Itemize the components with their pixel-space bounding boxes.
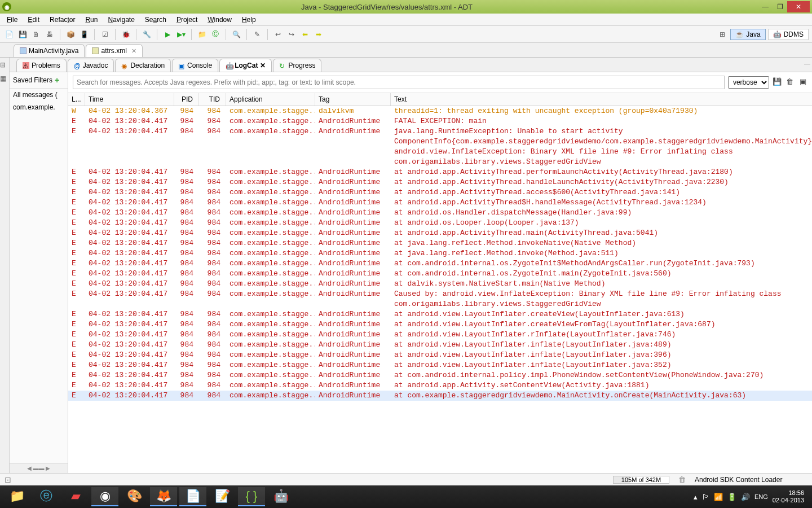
add-filter-icon[interactable]: + bbox=[55, 76, 59, 85]
save-all-button[interactable]: 🗎 bbox=[30, 29, 42, 40]
log-row[interactable]: E04-02 13:20:04.417984984com.example.sta… bbox=[68, 350, 812, 360]
log-row[interactable]: E04-02 13:20:04.417984984com.example.sta… bbox=[68, 259, 812, 269]
menu-window[interactable]: Window bbox=[203, 15, 236, 25]
editor-tab-attrs[interactable]: attrs.xml ✕ bbox=[86, 44, 142, 57]
col-header-tag[interactable]: Tag bbox=[315, 93, 391, 106]
tab-problems[interactable]: ⚠Problems bbox=[16, 59, 67, 72]
log-row[interactable]: E04-02 13:20:04.417984984com.example.sta… bbox=[68, 340, 812, 350]
log-row[interactable]: E04-02 13:20:04.417984984com.example.sta… bbox=[68, 198, 812, 208]
heap-status[interactable]: 105M of 342M bbox=[613, 476, 669, 484]
col-header-level[interactable]: L... bbox=[68, 93, 85, 106]
statusbar-corner-icon[interactable]: ⊡ bbox=[5, 475, 18, 484]
tray-clock[interactable]: 18:56 02-04-2013 bbox=[773, 489, 804, 504]
taskbar-chrome[interactable]: ◉ bbox=[91, 487, 118, 506]
menu-search[interactable]: Search bbox=[140, 15, 171, 25]
save-log-icon[interactable]: 💾 bbox=[773, 77, 783, 87]
maximize-button[interactable]: ❐ bbox=[773, 1, 787, 12]
log-row[interactable]: E04-02 13:20:04.417984984com.example.sta… bbox=[68, 279, 812, 289]
log-row[interactable]: E04-02 13:20:04.417984984com.example.sta… bbox=[68, 330, 812, 340]
log-row[interactable]: E04-02 13:20:04.417984984com.example.sta… bbox=[68, 177, 812, 187]
taskbar-app-red[interactable]: ▰ bbox=[62, 487, 89, 506]
clear-log-icon[interactable]: 🗑 bbox=[786, 77, 796, 87]
editor-tab-mainactivity[interactable]: MainActivity.java bbox=[14, 44, 85, 57]
log-row[interactable]: E04-02 13:20:04.417984984com.example.sta… bbox=[68, 116, 812, 126]
nav-fwd-button[interactable]: ⬅ bbox=[299, 29, 311, 40]
open-type-button[interactable]: 🔍 bbox=[231, 29, 242, 40]
taskbar-notes[interactable]: 📝 bbox=[209, 487, 236, 506]
filter-item-app[interactable]: com.example. bbox=[10, 101, 68, 113]
minimized-view-icon[interactable]: ▦ bbox=[0, 75, 9, 84]
log-row[interactable]: E04-02 13:20:04.417984984com.example.sta… bbox=[68, 126, 812, 167]
tab-logcat[interactable]: 🤖LogCat✕ bbox=[219, 59, 272, 72]
debug-button[interactable]: 🐞 bbox=[120, 29, 131, 40]
filter-item-all[interactable]: All messages ( bbox=[10, 89, 68, 101]
log-row[interactable]: E04-02 13:20:04.417984984com.example.sta… bbox=[68, 370, 812, 380]
tray-up-icon[interactable]: ▴ bbox=[694, 493, 698, 501]
col-header-time[interactable]: Time bbox=[85, 93, 174, 106]
col-header-text[interactable]: Text bbox=[391, 93, 812, 106]
tab-declaration[interactable]: ◉Declaration bbox=[115, 59, 171, 72]
tab-console[interactable]: ▣Console bbox=[172, 59, 218, 72]
taskbar-eclipse[interactable]: { } bbox=[238, 487, 265, 506]
menu-refactor[interactable]: Refactor bbox=[45, 15, 80, 25]
save-button[interactable]: 💾 bbox=[17, 29, 28, 40]
log-row[interactable]: E04-02 13:20:04.417984984com.example.sta… bbox=[68, 208, 812, 218]
perspective-ddms[interactable]: 🤖DDMS bbox=[768, 29, 809, 40]
ext-tools-button[interactable]: 🔧 bbox=[141, 29, 152, 40]
taskbar-notepad[interactable]: 📄 bbox=[179, 487, 206, 506]
menu-project[interactable]: Project bbox=[172, 15, 202, 25]
avd-manager-button[interactable]: 📱 bbox=[78, 29, 90, 40]
run-gc-icon[interactable]: 🗑 bbox=[678, 475, 686, 484]
col-header-app[interactable]: Application bbox=[226, 93, 315, 106]
log-row[interactable]: E04-02 13:20:04.417984984com.example.sta… bbox=[68, 238, 812, 248]
tray-volume-icon[interactable]: 🔊 bbox=[741, 493, 750, 501]
log-row[interactable]: E04-02 13:20:04.417984984com.example.sta… bbox=[68, 228, 812, 238]
tab-progress[interactable]: ↻Progress bbox=[273, 59, 321, 72]
tray-lang[interactable]: ENG bbox=[754, 493, 768, 500]
tab-javadoc[interactable]: @Javadoc bbox=[68, 59, 114, 72]
log-row[interactable]: E04-02 13:20:04.417984984com.example.sta… bbox=[68, 167, 812, 177]
run-button[interactable]: ▶ bbox=[162, 29, 173, 40]
new-button[interactable]: 📄 bbox=[3, 29, 15, 40]
col-header-pid[interactable]: PID bbox=[174, 93, 199, 106]
close-button[interactable]: ✕ bbox=[787, 1, 810, 12]
wand-button[interactable]: ✎ bbox=[251, 29, 263, 40]
log-row[interactable]: E04-02 13:20:04.417984984com.example.sta… bbox=[68, 248, 812, 259]
tray-net-icon[interactable]: 📶 bbox=[714, 493, 723, 501]
minimize-button[interactable]: — bbox=[758, 1, 773, 12]
menu-navigate[interactable]: Navigate bbox=[103, 15, 139, 25]
print-button[interactable]: 🖶 bbox=[44, 29, 55, 40]
filter-hscroll[interactable]: ◀ ▬▬ ▶ bbox=[10, 463, 68, 473]
open-perspective-button[interactable]: ⊞ bbox=[717, 29, 728, 40]
toggle-button[interactable]: ☑ bbox=[99, 29, 111, 40]
log-row[interactable]: E04-02 13:20:04.417984984com.example.sta… bbox=[68, 269, 812, 279]
nav-btn2[interactable]: ↪ bbox=[286, 29, 297, 40]
menu-file[interactable]: File bbox=[2, 15, 22, 25]
sdk-manager-button[interactable]: 📦 bbox=[65, 29, 76, 40]
log-row[interactable]: E04-02 13:20:04.417984984com.example.sta… bbox=[68, 289, 812, 309]
log-row[interactable]: E04-02 13:20:04.417984984com.example.sta… bbox=[68, 360, 812, 370]
scroll-lock-icon[interactable]: ▣ bbox=[800, 77, 810, 87]
minimize-view-icon[interactable]: — bbox=[804, 60, 812, 69]
log-row[interactable]: E04-02 13:20:04.417984984com.example.sta… bbox=[68, 391, 812, 401]
new-package-button[interactable]: 📁 bbox=[196, 29, 208, 40]
log-search-input[interactable] bbox=[73, 76, 725, 89]
col-header-tid[interactable]: TID bbox=[199, 93, 226, 106]
tray-flag-icon[interactable]: 🏳 bbox=[702, 493, 709, 501]
log-level-select[interactable]: verbose bbox=[728, 76, 769, 89]
nav-fwd2-button[interactable]: ➡ bbox=[313, 29, 324, 40]
log-row[interactable]: E04-02 13:20:04.417984984com.example.sta… bbox=[68, 218, 812, 228]
run-last-button[interactable]: ▶▾ bbox=[175, 29, 187, 40]
taskbar-paint[interactable]: 🎨 bbox=[121, 487, 148, 506]
close-view-icon[interactable]: ✕ bbox=[260, 62, 266, 69]
menu-help[interactable]: Help bbox=[237, 15, 261, 25]
menu-edit[interactable]: Edit bbox=[23, 15, 44, 25]
taskbar-android[interactable]: 🤖 bbox=[267, 487, 294, 506]
new-class-button[interactable]: Ⓒ bbox=[210, 29, 221, 40]
log-row[interactable]: E04-02 13:20:04.417984984com.example.sta… bbox=[68, 380, 812, 391]
restore-view-icon[interactable]: ⊟ bbox=[0, 61, 9, 70]
nav-back-button[interactable]: ↩ bbox=[272, 29, 284, 40]
taskbar-firefox[interactable]: 🦊 bbox=[150, 487, 177, 506]
tray-battery-icon[interactable]: 🔋 bbox=[727, 493, 736, 501]
log-row[interactable]: E04-02 13:20:04.417984984com.example.sta… bbox=[68, 319, 812, 330]
